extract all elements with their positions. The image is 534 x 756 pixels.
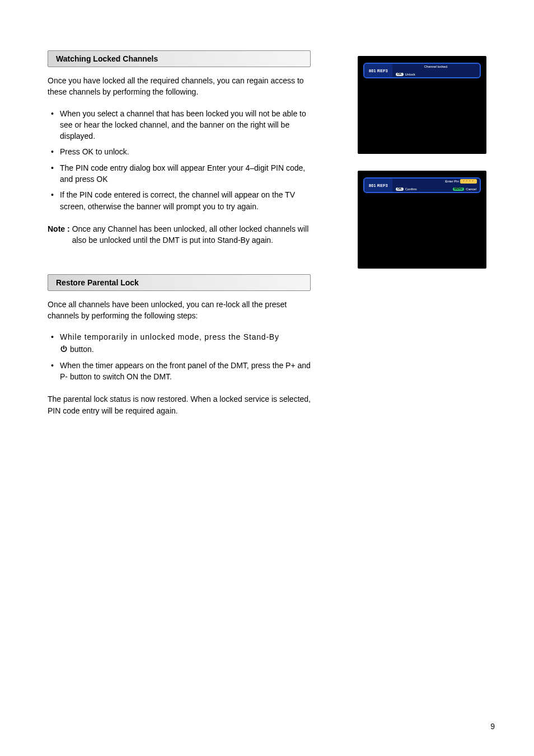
section2-outro: The parental lock status is now restored… [48,393,311,416]
power-icon [60,345,68,353]
osd-banner: 801 REF3 Enter Pin * * * * OK Confirm ME… [363,177,481,193]
section1-intro: Once you have locked all the required ch… [48,75,311,98]
note-block: Note : Once any Channel has been unlocke… [48,223,311,246]
list-item: While temporarily in unlocked mode, pres… [48,331,311,355]
section1-bullets: When you select a channel that has been … [48,108,311,212]
section2-bullets: While temporarily in unlocked mode, pres… [48,331,311,382]
section-header-watching: Watching Locked Channels [48,50,311,67]
confirm-label: Confirm [405,187,417,191]
pin-label: Enter Pin [445,180,459,183]
osd-action-unlock: OK Unlock [396,73,415,77]
bullet-text-a: While temporarily in unlocked mode, pres… [60,331,311,342]
bullet-text-b: button. [70,345,94,354]
pin-box: * * * * [460,179,477,184]
ok-pill: OK [396,187,404,191]
list-item: When you select a channel that has been … [48,108,311,142]
section-header-restore: Restore Parental Lock [48,274,311,291]
note-text: Once any Channel has been unlocked, all … [72,223,311,246]
osd-channel: 801 REF3 [364,64,392,77]
page-number: 9 [490,722,495,731]
list-item: Press OK to unlock. [48,146,311,157]
osd-title: Channel locked. [424,65,448,68]
unlock-label: Unlock [405,73,415,76]
list-item: The PIN code entry dialog box will appea… [48,162,311,185]
osd-action-cancel: MENU Cancel [453,187,476,191]
note-label: Note : [48,223,70,246]
section2-intro: Once all channels have been unlocked, yo… [48,299,311,322]
osd-channel: 801 REF3 [364,179,392,192]
osd-action-confirm: OK Confirm [396,187,417,191]
tv-preview-pin: 801 REF3 Enter Pin * * * * OK Confirm ME… [358,171,486,269]
pin-field: Enter Pin * * * * [445,179,477,184]
menu-pill: MENU [453,187,465,191]
cancel-label: Cancel [466,187,476,191]
list-item: If the PIN code entered is correct, the … [48,189,311,212]
ok-pill: OK [396,73,404,77]
osd-banner: 801 REF3 Channel locked. OK Unlock [363,63,481,78]
tv-preview-locked: 801 REF3 Channel locked. OK Unlock [358,56,486,154]
list-item: When the timer appears on the front pane… [48,360,311,383]
